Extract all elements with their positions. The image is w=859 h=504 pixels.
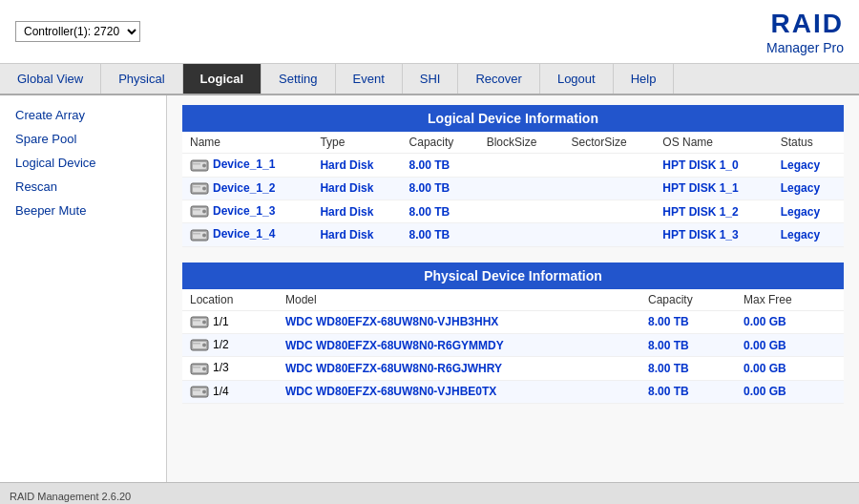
phys-row-location: 1/4 (182, 380, 278, 403)
col-max-free: Max Free (736, 289, 844, 311)
phys-row-maxfree: 0.00 GB (736, 334, 844, 357)
logical-row-name: Device_1_2 (182, 177, 312, 200)
tab-recover[interactable]: Recover (458, 64, 539, 94)
phys-row-location: 1/2 (182, 334, 278, 357)
svg-point-30 (202, 390, 206, 394)
col-osname: OS Name (655, 132, 772, 154)
logical-row-osname: HPT DISK 1_1 (655, 177, 772, 200)
top-bar: Controller(1): 2720 RAID Manager Pro (0, 0, 859, 64)
col-type: Type (312, 132, 401, 154)
sidebar: Create Array Spare Pool Logical Device R… (0, 95, 167, 482)
logical-row-blocksize (479, 154, 564, 177)
logical-row-status: Legacy (773, 200, 844, 223)
logical-row-sectorsize (564, 223, 656, 246)
tab-physical[interactable]: Physical (101, 64, 182, 94)
phys-row-maxfree: 0.00 GB (736, 380, 844, 403)
logical-row-name: Device_1_1 (182, 154, 312, 177)
logical-table-row[interactable]: Device_1_2 Hard Disk 8.00 TB HPT DISK 1_… (182, 177, 844, 200)
svg-point-2 (202, 163, 206, 167)
logical-row-sectorsize (564, 177, 656, 200)
version-label: RAID Management 2.6.20 (10, 491, 131, 502)
svg-rect-11 (193, 209, 200, 211)
phys-row-model: WDC WD80EFZX-68UW8N0-R6GJWHRY (278, 357, 640, 380)
logical-row-type: Hard Disk (312, 223, 401, 246)
logical-row-osname: HPT DISK 1_0 (655, 154, 772, 177)
svg-rect-15 (193, 233, 200, 235)
physical-table-row[interactable]: 1/4 WDC WD80EFZX-68UW8N0-VJHBE0TX 8.00 T… (182, 380, 844, 403)
logical-row-capacity: 8.00 TB (402, 223, 479, 246)
col-capacity: Capacity (402, 132, 479, 154)
logical-table-row[interactable]: Device_1_4 Hard Disk 8.00 TB HPT DISK 1_… (182, 223, 844, 246)
logical-row-status: Legacy (773, 154, 844, 177)
footer: RAID Management 2.6.20 (0, 482, 859, 504)
logical-row-name: Device_1_3 (182, 200, 312, 223)
brand-logo: RAID Manager Pro (766, 8, 844, 55)
phys-row-model: WDC WD80EFZX-68UW8N0-VJHBE0TX (278, 380, 640, 403)
logical-table-row[interactable]: Device_1_3 Hard Disk 8.00 TB HPT DISK 1_… (182, 200, 844, 223)
logical-table-row[interactable]: Device_1_1 Hard Disk 8.00 TB HPT DISK 1_… (182, 154, 844, 177)
controller-dropdown[interactable]: Controller(1): 2720 (15, 21, 140, 42)
logical-row-osname: HPT DISK 1_3 (655, 223, 772, 246)
svg-point-14 (202, 233, 206, 237)
col-model: Model (278, 289, 640, 311)
phys-row-capacity: 8.00 TB (640, 357, 736, 380)
physical-section-header: Physical Device Information (182, 262, 844, 289)
phys-row-maxfree: 0.00 GB (736, 310, 844, 333)
logical-row-capacity: 8.00 TB (402, 177, 479, 200)
tab-logout[interactable]: Logout (540, 64, 614, 94)
svg-rect-23 (193, 343, 200, 345)
physical-device-table: Location Model Capacity Max Free 1/1 WDC… (182, 289, 844, 404)
logical-row-osname: HPT DISK 1_2 (655, 200, 772, 223)
tab-shi[interactable]: SHI (403, 64, 459, 94)
logical-row-type: Hard Disk (312, 154, 401, 177)
logical-row-status: Legacy (773, 177, 844, 200)
brand-raid: RAID (766, 8, 844, 40)
logical-row-blocksize (479, 177, 564, 200)
main-layout: Create Array Spare Pool Logical Device R… (0, 95, 859, 482)
physical-table-row[interactable]: 1/2 WDC WD80EFZX-68UW8N0-R6GYMMDY 8.00 T… (182, 334, 844, 357)
brand-sub: Manager Pro (766, 40, 844, 56)
sidebar-item-create-array[interactable]: Create Array (0, 103, 166, 127)
col-status: Status (773, 132, 844, 154)
sidebar-item-spare-pool[interactable]: Spare Pool (0, 127, 166, 151)
logical-section-header: Logical Device Information (182, 105, 844, 132)
sidebar-item-beeper-mute[interactable]: Beeper Mute (0, 199, 166, 222)
svg-rect-19 (193, 320, 200, 322)
physical-table-row[interactable]: 1/1 WDC WD80EFZX-68UW8N0-VJHB3HHX 8.00 T… (182, 310, 844, 333)
logical-row-sectorsize (564, 200, 656, 223)
tab-event[interactable]: Event (336, 64, 403, 94)
svg-point-18 (202, 321, 206, 325)
logical-row-capacity: 8.00 TB (402, 200, 479, 223)
logical-device-table: Name Type Capacity BlockSize SectorSize … (182, 132, 844, 246)
phys-row-model: WDC WD80EFZX-68UW8N0-R6GYMMDY (278, 334, 640, 357)
logical-row-name: Device_1_4 (182, 223, 312, 246)
col-location: Location (182, 289, 278, 311)
tab-help[interactable]: Help (614, 64, 675, 94)
tab-global-view[interactable]: Global View (0, 64, 101, 94)
sidebar-item-logical-device[interactable]: Logical Device (0, 151, 166, 175)
svg-rect-7 (193, 186, 200, 188)
phys-row-location: 1/1 (182, 310, 278, 333)
sidebar-item-rescan[interactable]: Rescan (0, 175, 166, 199)
phys-row-capacity: 8.00 TB (640, 380, 736, 403)
tab-setting[interactable]: Setting (262, 64, 335, 94)
logical-row-blocksize (479, 223, 564, 246)
logical-row-capacity: 8.00 TB (402, 154, 479, 177)
phys-row-maxfree: 0.00 GB (736, 357, 844, 380)
tab-logical[interactable]: Logical (183, 64, 262, 94)
svg-point-10 (202, 210, 206, 214)
col-sectorsize: SectorSize (564, 132, 656, 154)
physical-table-row[interactable]: 1/3 WDC WD80EFZX-68UW8N0-R6GJWHRY 8.00 T… (182, 357, 844, 380)
logical-row-sectorsize (564, 154, 656, 177)
svg-point-26 (202, 367, 206, 370)
logical-row-blocksize (479, 200, 564, 223)
logical-row-type: Hard Disk (312, 200, 401, 223)
logical-row-type: Hard Disk (312, 177, 401, 200)
col-name: Name (182, 132, 312, 154)
phys-row-capacity: 8.00 TB (640, 310, 736, 333)
logical-row-status: Legacy (773, 223, 844, 246)
svg-rect-27 (193, 367, 200, 368)
svg-rect-31 (193, 389, 200, 391)
controller-selector[interactable]: Controller(1): 2720 (15, 21, 140, 42)
phys-row-capacity: 8.00 TB (640, 334, 736, 357)
